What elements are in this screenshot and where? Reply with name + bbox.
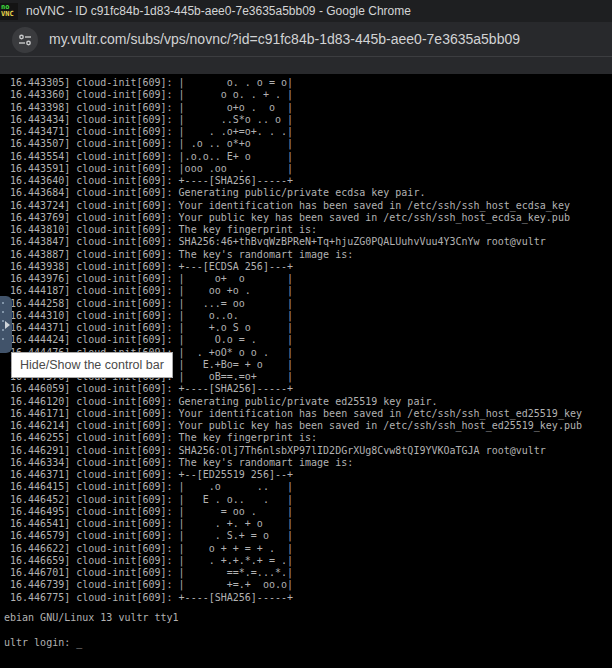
os-banner: ebian GNU/Linux 13 vultr tty1 xyxy=(4,612,179,623)
address-toolbar: my.vultr.com/subs/vps/novnc/?id=c91fc84b… xyxy=(0,22,612,75)
site-controls-icon xyxy=(18,33,32,47)
window-title: noVNC - ID c91fc84b-1d83-445b-aee0-7e363… xyxy=(26,4,411,18)
window-titlebar: no VNC noVNC - ID c91fc84b-1d83-445b-aee… xyxy=(0,0,612,22)
control-bar-tooltip: Hide/Show the control bar xyxy=(11,352,173,378)
chevron-right-icon xyxy=(5,321,10,329)
login-prompt: ultr login: xyxy=(4,637,76,648)
terminal-log: 16.443305] cloud-init[609]: | o. . o = o… xyxy=(4,77,582,604)
site-controls-button[interactable] xyxy=(12,27,38,53)
terminal-login-area: ebian GNU/Linux 13 vultr tty1 ultr login… xyxy=(4,612,179,649)
grip-dots-icon xyxy=(2,302,4,347)
url-omnibox[interactable]: my.vultr.com/subs/vps/novnc/?id=c91fc84b… xyxy=(49,31,520,47)
novnc-favicon-icon: no VNC xyxy=(0,3,18,20)
terminal-cursor: _ xyxy=(76,637,82,648)
control-bar-handle[interactable] xyxy=(0,296,12,353)
